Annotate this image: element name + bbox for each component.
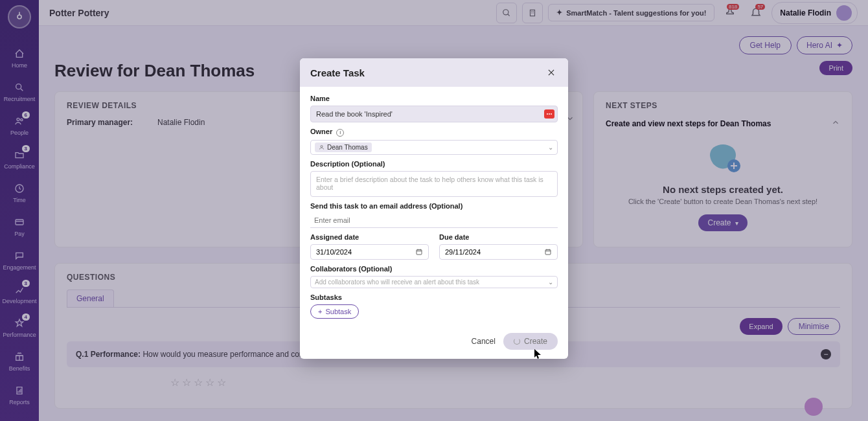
- name-label: Name: [310, 95, 558, 102]
- input-suffix-icon[interactable]: [544, 109, 554, 119]
- calendar-icon: [544, 248, 552, 256]
- modal-body: Name Owner i Dean Thomas ⌄ Description (…: [300, 87, 568, 326]
- info-icon[interactable]: i: [336, 129, 344, 137]
- chevron-down-icon: ⌄: [548, 144, 553, 151]
- chevron-down-icon: ⌄: [548, 279, 553, 286]
- owner-select[interactable]: Dean Thomas ⌄: [310, 140, 558, 155]
- collaborators-placeholder: Add collaborators who will receive an al…: [315, 279, 479, 286]
- spinner-icon: [514, 338, 520, 345]
- svg-point-12: [321, 145, 323, 147]
- assigned-date-value: 31/10/2024: [316, 248, 352, 256]
- svg-point-10: [549, 113, 550, 115]
- due-date-value: 29/11/2024: [445, 248, 481, 256]
- cancel-button[interactable]: Cancel: [472, 337, 496, 346]
- assigned-date-label: Assigned date: [310, 233, 429, 241]
- modal-title: Create Task: [310, 67, 365, 78]
- name-input-wrap: [310, 106, 558, 122]
- due-date-input[interactable]: 29/11/2024: [439, 244, 558, 260]
- svg-rect-14: [545, 249, 551, 255]
- close-button[interactable]: [545, 66, 558, 79]
- owner-value: Dean Thomas: [327, 144, 368, 151]
- subtasks-label: Subtasks: [310, 293, 558, 301]
- modal-header: Create Task: [300, 58, 568, 87]
- create-label: Create: [524, 337, 547, 346]
- plus-icon: +: [318, 308, 322, 315]
- collaborators-label: Collaborators (Optional): [310, 265, 558, 273]
- svg-point-9: [547, 113, 548, 115]
- add-subtask-button[interactable]: + Subtask: [310, 304, 359, 319]
- description-input[interactable]: Enter a brief description about the task…: [310, 171, 558, 197]
- collaborators-select[interactable]: Add collaborators who will receive an al…: [310, 276, 558, 288]
- name-input[interactable]: [310, 106, 558, 122]
- modal-overlay: Create Task Name Owner i Dean Thomas: [0, 0, 868, 421]
- modal-footer: Cancel Create: [300, 326, 568, 359]
- email-input[interactable]: [310, 213, 558, 228]
- svg-point-11: [551, 113, 552, 115]
- email-label: Send this task to an email address (Opti…: [310, 202, 558, 210]
- date-row: Assigned date 31/10/2024 Due date 29/11/…: [310, 228, 558, 260]
- subtask-label: Subtask: [325, 308, 351, 315]
- owner-label: Owner i: [310, 128, 558, 137]
- create-task-modal: Create Task Name Owner i Dean Thomas: [300, 58, 568, 359]
- due-date-col: Due date 29/11/2024: [439, 228, 558, 260]
- calendar-icon: [415, 248, 423, 256]
- assigned-date-input[interactable]: 31/10/2024: [310, 244, 429, 260]
- create-task-button[interactable]: Create: [503, 333, 558, 350]
- assigned-date-col: Assigned date 31/10/2024: [310, 228, 429, 260]
- description-label: Description (Optional): [310, 160, 558, 168]
- due-date-label: Due date: [439, 233, 558, 241]
- svg-rect-13: [417, 249, 422, 255]
- owner-chip: Dean Thomas: [315, 142, 372, 152]
